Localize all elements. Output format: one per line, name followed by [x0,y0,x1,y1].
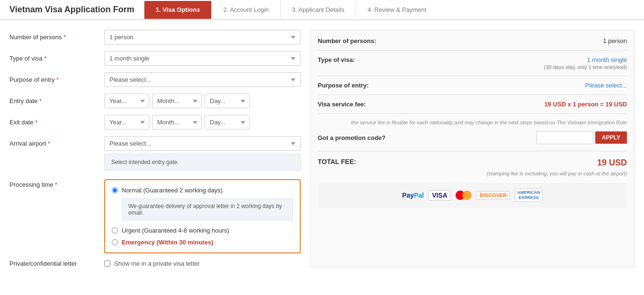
number-of-persons-row: Number of persons * 1 person 2 persons 3… [9,30,301,44]
summary-persons-label: Number of persons: [318,37,376,44]
exit-day-select[interactable]: Day... [205,115,250,130]
processing-emergency-label[interactable]: Emergency (Within 30 minutes) [122,239,213,246]
private-letter-row: Private/confidential letter Show me in a… [9,260,301,267]
processing-normal-option: Normal (Guaranteed 2 working days) [112,187,293,194]
processing-emergency-option: Emergency (Within 30 minutes) [112,239,293,246]
tab-applicant-details[interactable]: 3. Applicant Details [280,1,356,19]
mastercard-logo [456,190,472,200]
summary-persons-value: 1 person [603,37,627,44]
exit-year-select[interactable]: Year... [104,115,149,130]
form-panel: Number of persons * 1 person 2 persons 3… [9,30,301,267]
processing-emergency-radio[interactable] [112,239,118,245]
exit-date-control: Year... Month... Day... [104,115,301,130]
arrival-airport-control: Please select... Select intended entry g… [104,136,301,171]
number-of-persons-select[interactable]: 1 person 2 persons 3 persons [104,30,301,44]
number-of-persons-label: Number of persons * [9,30,104,41]
summary-visa-label: Type of visa: [318,56,355,63]
promo-apply-button[interactable]: APPLY [595,131,627,144]
page-title: Vietnam Visa Application Form [0,0,144,19]
summary-visa-value: 1 month single (30 days stay, only 1 tim… [544,56,627,70]
entry-day-select[interactable]: Day... [205,94,250,108]
arrival-airport-label: Arrival airport * [9,136,104,147]
arrival-airport-row: Arrival airport * Please select... Selec… [9,136,301,171]
arrival-airport-select[interactable]: Please select... [104,136,301,151]
purpose-of-entry-row: Purpose of entry * Please select... Tour… [9,72,301,87]
amex-logo: AMERICANEXPRESS [515,189,543,202]
tab-review-payment[interactable]: 4. Review & Payment [356,1,438,19]
entry-date-row: Entry date * Year... Month... Day... [9,94,301,108]
processing-normal-radio[interactable] [112,187,118,193]
summary-fee-label: Visa service fee: [318,101,366,108]
summary-fee-note: the service fee is flexible for each nat… [318,120,627,125]
summary-persons-row: Number of persons: 1 person [318,37,627,51]
visa-logo: VISA [429,190,451,200]
exit-month-select[interactable]: Month... [152,115,202,130]
payment-logos: PayPal VISA DISCOVER AMERICANEXPRESS [318,183,627,208]
entry-year-select[interactable]: Year... [104,94,149,108]
type-of-visa-select[interactable]: 1 month single 1 month multiple 3 months… [104,51,301,66]
summary-purpose-row: Purpose of entry: Please select... [318,82,627,95]
required-marker: * [44,55,46,62]
summary-purpose-label: Purpose of entry: [318,82,369,89]
required-marker: * [63,34,66,41]
tab-bar: 1. Visa Options 2. Account Login 3. Appl… [144,1,644,19]
paypal-logo: PayPal [402,191,424,199]
entry-month-select[interactable]: Month... [152,94,202,108]
processing-time-control: Normal (Guaranteed 2 working days) We gu… [104,177,301,253]
private-letter-checkbox-label[interactable]: Show me in a private visa letter [114,260,200,267]
page-header: Vietnam Visa Application Form 1. Visa Op… [0,0,644,20]
exit-date-row: Exit date * Year... Month... Day... [9,115,301,130]
required-marker: * [39,97,42,104]
summary-visa-sub: (30 days stay, only 1 time entry/exit) [544,64,627,70]
promo-row: Got a promotion code? APPLY [318,131,627,151]
discover-logo: DISCOVER [476,191,510,200]
mc-right-circle [462,191,472,200]
processing-normal-label[interactable]: Normal (Guaranteed 2 working days) [122,187,223,194]
tab-account-login[interactable]: 2. Account Login [211,1,280,19]
total-fee-value: 19 USD [597,158,627,168]
required-marker: * [56,76,59,83]
promo-label: Got a promotion code? [318,134,537,141]
total-fee-label: TOTAL FEE: [318,158,356,165]
processing-time-label: Processing time * [9,177,104,188]
total-fee-note: (stamping fee is excluding, you will pay… [318,171,627,176]
number-of-persons-control: 1 person 2 persons 3 persons [104,30,301,44]
processing-urgent-radio[interactable] [112,227,118,234]
processing-normal-note: We guarantee delivery of approval letter… [122,199,293,220]
type-of-visa-control: 1 month single 1 month multiple 3 months… [104,51,301,66]
processing-options-box: Normal (Guaranteed 2 working days) We gu… [104,179,301,253]
private-letter-label: Private/confidential letter [9,260,104,267]
summary-fee-value: 19 USD x 1 person = 19 USD [545,101,627,108]
required-marker: * [55,181,57,188]
exit-date-label: Exit date * [9,115,104,126]
total-fee-row: TOTAL FEE: 19 USD [318,158,627,168]
main-content: Number of persons * 1 person 2 persons 3… [0,20,644,277]
purpose-of-entry-select[interactable]: Please select... Tourism Business Other [104,72,301,87]
summary-purpose-value: Please select... [585,82,627,89]
processing-urgent-label[interactable]: Urgent (Guaranteed 4-8 working hours) [122,227,229,234]
type-of-visa-row: Type of visa * 1 month single 1 month mu… [9,51,301,66]
entry-date-control: Year... Month... Day... [104,94,301,108]
summary-panel: Number of persons: 1 person Type of visa… [310,30,635,267]
airport-hint: Select intended entry gate. [104,154,301,171]
required-marker: * [35,119,37,126]
private-letter-checkbox[interactable] [104,260,110,267]
purpose-of-entry-label: Purpose of entry * [9,72,104,83]
processing-time-row: Processing time * Normal (Guaranteed 2 w… [9,177,301,253]
entry-date-label: Entry date * [9,94,104,104]
summary-visa-row: Type of visa: 1 month single (30 days st… [318,56,627,76]
processing-urgent-option: Urgent (Guaranteed 4-8 working hours) [112,227,293,234]
promo-code-input[interactable] [537,131,593,144]
tab-visa-options[interactable]: 1. Visa Options [144,1,212,19]
required-marker: * [48,140,50,147]
summary-fee-row: Visa service fee: 19 USD x 1 person = 19… [318,101,627,114]
type-of-visa-label: Type of visa * [9,51,104,62]
private-letter-content: Show me in a private visa letter [104,260,200,267]
purpose-of-entry-control: Please select... Tourism Business Other [104,72,301,87]
